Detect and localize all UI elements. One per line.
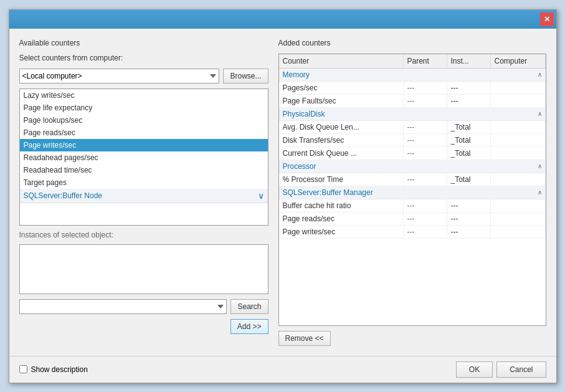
group-chevron: ∧ bbox=[491, 108, 546, 119]
computer-label: Select counters from computer: bbox=[19, 54, 268, 62]
table-body: Memory ∧ Pages/sec --- --- Page Faults/s… bbox=[279, 69, 546, 239]
cell-counter: Page Faults/sec bbox=[279, 95, 404, 107]
table-row[interactable]: Current Disk Queue ... --- _Total bbox=[279, 147, 546, 160]
table-row[interactable]: Page writes/sec --- --- bbox=[279, 226, 546, 239]
cell-computer bbox=[491, 147, 546, 160]
search-button[interactable]: Search bbox=[230, 299, 268, 314]
dialog: ✕ Available counters Select counters fro… bbox=[9, 9, 557, 383]
close-button[interactable]: ✕ bbox=[540, 12, 554, 26]
remove-row: Remove << bbox=[278, 331, 546, 346]
cell-counter: Avg. Disk Queue Len... bbox=[279, 121, 404, 133]
browse-button[interactable]: Browse... bbox=[223, 69, 268, 84]
counter-list-item[interactable]: Lazy writes/sec bbox=[20, 89, 268, 102]
counter-list-container: Lazy writes/secPage life expectancyPage … bbox=[19, 88, 268, 226]
added-counters-table: Counter Parent Inst... Computer Memory ∧… bbox=[278, 54, 546, 326]
cell-counter: Pages/sec bbox=[279, 82, 404, 94]
right-panel: Added counters Counter Parent Inst... Co… bbox=[278, 39, 546, 346]
counter-list-item[interactable]: Page lookups/sec bbox=[20, 114, 268, 127]
cell-computer bbox=[491, 82, 546, 94]
instances-box bbox=[19, 244, 268, 294]
cell-computer bbox=[491, 121, 546, 133]
counter-list-item[interactable]: Page writes/sec bbox=[20, 139, 268, 151]
table-group-row[interactable]: SQLServer:Buffer Manager ∧ bbox=[279, 186, 546, 199]
added-counters-title: Added counters bbox=[278, 39, 546, 47]
col-computer: Computer bbox=[491, 54, 546, 68]
cell-inst: --- bbox=[447, 226, 491, 238]
table-row[interactable]: Avg. Disk Queue Len... --- _Total bbox=[279, 121, 546, 134]
cancel-button[interactable]: Cancel bbox=[496, 361, 546, 378]
instances-label: Instances of selected object: bbox=[19, 231, 268, 239]
cell-inst: --- bbox=[447, 213, 491, 225]
cell-parent: --- bbox=[404, 121, 447, 133]
counter-list-item[interactable]: SQLServer:Buffer Node∨ bbox=[20, 189, 268, 203]
cell-inst: _Total bbox=[447, 121, 491, 133]
group-chevron: ∧ bbox=[491, 69, 546, 80]
title-bar: ✕ bbox=[9, 10, 556, 29]
cell-computer bbox=[491, 134, 546, 146]
cell-parent: --- bbox=[404, 213, 447, 225]
col-inst: Inst... bbox=[447, 54, 491, 68]
cell-inst: _Total bbox=[447, 173, 491, 186]
table-row[interactable]: Pages/sec --- --- bbox=[279, 82, 546, 95]
cell-inst: _Total bbox=[447, 134, 491, 146]
cell-parent: --- bbox=[404, 147, 447, 160]
left-panel: Available counters Select counters from … bbox=[19, 39, 268, 346]
cell-parent: --- bbox=[404, 173, 447, 186]
dialog-body: Available counters Select counters from … bbox=[9, 29, 556, 356]
instance-select[interactable] bbox=[19, 299, 227, 314]
counter-list-item[interactable]: Page life expectancy bbox=[20, 102, 268, 114]
table-header: Counter Parent Inst... Computer bbox=[279, 54, 546, 69]
cell-parent: --- bbox=[404, 199, 447, 212]
footer-buttons: OK Cancel bbox=[456, 361, 546, 378]
cell-computer bbox=[491, 173, 546, 186]
cell-inst: _Total bbox=[447, 147, 491, 160]
col-parent: Parent bbox=[404, 54, 447, 68]
cell-counter: % Processor Time bbox=[279, 173, 404, 186]
counter-list-item[interactable]: Target pages bbox=[20, 176, 268, 189]
counter-list-item[interactable]: Readahead pages/sec bbox=[20, 151, 268, 164]
computer-select[interactable]: <Local computer> bbox=[19, 69, 220, 84]
table-row[interactable]: % Processor Time --- _Total bbox=[279, 173, 546, 186]
table-group-row[interactable]: Memory ∧ bbox=[279, 69, 546, 82]
col-counter: Counter bbox=[279, 54, 404, 68]
cell-counter: Page writes/sec bbox=[279, 226, 404, 238]
cell-computer bbox=[491, 213, 546, 225]
group-chevron: ∧ bbox=[491, 187, 546, 198]
table-row[interactable]: Disk Transfers/sec --- _Total bbox=[279, 134, 546, 147]
table-row[interactable]: Buffer cache hit ratio --- --- bbox=[279, 199, 546, 213]
available-counters-title: Available counters bbox=[19, 39, 268, 47]
cell-parent: --- bbox=[404, 134, 447, 146]
cell-computer bbox=[491, 199, 546, 212]
add-button[interactable]: Add >> bbox=[230, 319, 268, 334]
table-row[interactable]: Page Faults/sec --- --- bbox=[279, 95, 546, 108]
table-group-row[interactable]: PhysicalDisk ∧ bbox=[279, 108, 546, 121]
counter-list-item[interactable]: Readahead time/sec bbox=[20, 164, 268, 176]
computer-select-row: <Local computer> Browse... bbox=[19, 69, 268, 84]
add-btn-row: Add >> bbox=[19, 319, 268, 334]
bottom-row: Search bbox=[19, 299, 268, 314]
cell-parent: --- bbox=[404, 226, 447, 238]
cell-inst: --- bbox=[447, 199, 491, 212]
group-label: PhysicalDisk bbox=[279, 108, 491, 120]
remove-button[interactable]: Remove << bbox=[278, 331, 331, 346]
cell-parent: --- bbox=[404, 95, 447, 107]
cell-computer bbox=[491, 95, 546, 107]
counter-list-item[interactable]: Page reads/sec bbox=[20, 127, 268, 139]
table-group-row[interactable]: Processor ∧ bbox=[279, 160, 546, 173]
group-label: Processor bbox=[279, 160, 491, 173]
cell-inst: --- bbox=[447, 95, 491, 107]
cell-counter: Page reads/sec bbox=[279, 213, 404, 225]
cell-counter: Current Disk Queue ... bbox=[279, 147, 404, 160]
group-label: Memory bbox=[279, 69, 491, 81]
group-chevron: ∧ bbox=[491, 161, 546, 171]
show-desc-checkbox[interactable] bbox=[19, 365, 27, 373]
cell-parent: --- bbox=[404, 82, 447, 94]
show-desc-row: Show description bbox=[19, 365, 88, 374]
cell-counter: Disk Transfers/sec bbox=[279, 134, 404, 146]
counter-list: Lazy writes/secPage life expectancyPage … bbox=[20, 89, 268, 225]
cell-inst: --- bbox=[447, 82, 491, 94]
ok-button[interactable]: OK bbox=[456, 361, 493, 378]
group-label: SQLServer:Buffer Manager bbox=[279, 186, 491, 199]
table-row[interactable]: Page reads/sec --- --- bbox=[279, 213, 546, 226]
show-desc-label: Show description bbox=[31, 365, 88, 374]
